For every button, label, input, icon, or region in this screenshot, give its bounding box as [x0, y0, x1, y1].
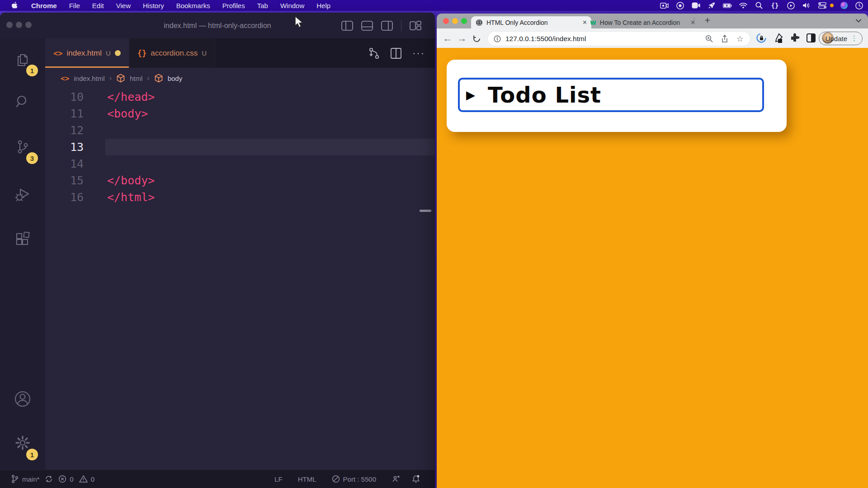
notifications-bell-icon[interactable]	[411, 474, 420, 483]
play-circle-icon[interactable]	[786, 1, 795, 9]
forward-button[interactable]: →	[456, 32, 468, 45]
camera-icon[interactable]	[660, 1, 669, 9]
code-text	[84, 139, 435, 155]
code-text	[84, 122, 435, 139]
address-bar[interactable]: 127.0.0.1:5500/index.html ☆	[487, 31, 750, 46]
breadcrumb-html[interactable]: html	[130, 75, 142, 82]
open-changes-icon[interactable]	[368, 47, 380, 60]
code-braces-icon[interactable]: {}	[770, 1, 779, 9]
source-control-icon[interactable]	[14, 139, 31, 155]
tab-search-chevron-icon[interactable]	[855, 18, 862, 24]
menubar-item-bookmarks[interactable]: Bookmarks	[176, 2, 210, 9]
menubar-item-tab[interactable]: Tab	[257, 2, 268, 9]
wifi-icon[interactable]	[739, 1, 748, 9]
line-number: 10	[45, 89, 84, 105]
volume-icon[interactable]	[802, 1, 811, 9]
chrome-window: HTML Only Accordion × w How To Create an…	[437, 14, 868, 488]
language-mode[interactable]: HTML	[298, 475, 316, 483]
menubar-item-view[interactable]: View	[116, 2, 131, 9]
symbol-cube-icon	[154, 74, 163, 83]
menubar-item-chrome[interactable]: Chrome	[31, 2, 57, 9]
split-editor-icon[interactable]	[391, 48, 401, 59]
errors-status[interactable]: 0	[58, 475, 73, 483]
share-icon[interactable]	[721, 35, 728, 43]
accordion-title: Todo List	[488, 82, 601, 108]
privacy-badge-icon[interactable]	[756, 33, 767, 43]
facetime-icon[interactable]	[691, 1, 700, 9]
git-branch-status[interactable]: main*	[11, 474, 39, 483]
rocket-icon[interactable]	[707, 1, 716, 9]
explorer-badge: 1	[26, 65, 38, 76]
chevron-right-icon: ›	[109, 74, 112, 82]
macos-menubar: Chrome File Edit View History Bookmarks …	[0, 0, 868, 11]
reload-button[interactable]	[470, 32, 483, 45]
browser-menu-kebab-icon[interactable]: ⋮	[851, 34, 858, 42]
site-info-icon[interactable]	[494, 35, 501, 42]
html-file-icon: <>	[53, 49, 62, 58]
editor-scrollbar-handle[interactable]	[420, 210, 431, 212]
menubar-item-file[interactable]: File	[69, 2, 80, 9]
account-icon[interactable]	[14, 390, 32, 408]
more-actions-icon[interactable]: ···	[412, 47, 425, 59]
new-tab-button[interactable]: +	[701, 14, 714, 27]
siri-icon[interactable]	[840, 2, 848, 9]
extensions-icon[interactable]	[14, 232, 31, 248]
tab-accordion-css[interactable]: {} accordion.css U	[129, 38, 215, 68]
line-number: 14	[45, 155, 84, 172]
port-label: Port : 5500	[343, 475, 376, 483]
minimize-window-button[interactable]	[452, 18, 458, 24]
close-window-button[interactable]	[443, 18, 449, 24]
control-center-icon[interactable]	[818, 1, 827, 9]
dark-mode-extension-icon[interactable]	[806, 33, 816, 43]
menubar-item-window[interactable]: Window	[280, 2, 304, 9]
customize-layout-icon[interactable]	[410, 20, 421, 31]
battery-charging-icon[interactable]	[723, 1, 732, 9]
breadcrumb-file[interactable]: index.html	[74, 75, 104, 82]
toggle-secondary-sidebar-icon[interactable]	[381, 21, 393, 31]
colorpicker-extension-icon[interactable]	[773, 33, 783, 43]
titlebar-separator	[401, 20, 401, 31]
menubar-item-profiles[interactable]: Profiles	[222, 2, 245, 9]
live-server-port[interactable]: Port : 5500	[332, 475, 376, 483]
run-debug-icon[interactable]	[14, 186, 31, 203]
unsaved-dot-icon[interactable]	[115, 50, 121, 56]
record-icon[interactable]	[675, 1, 684, 9]
tab-how-to-create-accordion[interactable]: w How To Create an Accordion ×	[585, 16, 699, 28]
menubar-item-edit[interactable]: Edit	[92, 2, 104, 9]
code-editor[interactable]: 10</head> 11<body> 12 13 14 15</body> 16…	[45, 89, 435, 206]
apple-menu-icon[interactable]	[10, 1, 19, 9]
zoom-window-button[interactable]	[461, 18, 467, 24]
chrome-window-controls	[443, 18, 467, 24]
tab-index-html[interactable]: <> index.html U	[45, 38, 129, 68]
clock-icon[interactable]	[854, 1, 863, 9]
menubar-item-help[interactable]: Help	[316, 2, 330, 9]
eol-indicator[interactable]: LF	[274, 475, 283, 483]
settings-gear-icon[interactable]	[14, 434, 31, 451]
back-button[interactable]: ←	[441, 32, 454, 45]
vscode-tab-bar: <> index.html U {} accordion.css U	[45, 38, 435, 68]
toggle-panel-icon[interactable]	[361, 21, 373, 31]
breadcrumb-body[interactable]: body	[168, 75, 183, 82]
search-icon[interactable]	[14, 94, 31, 110]
extensions-puzzle-icon[interactable]	[789, 33, 800, 43]
menubar-item-history[interactable]: History	[143, 2, 164, 9]
warnings-status[interactable]: 0	[79, 475, 94, 483]
spotlight-search-icon[interactable]	[755, 1, 764, 9]
code-line: 16</html>	[45, 189, 435, 206]
toggle-sidebar-icon[interactable]	[341, 21, 353, 31]
url-text[interactable]: 127.0.0.1:5500/index.html	[505, 35, 705, 43]
tab-git-status: U	[106, 49, 111, 57]
accordion-summary[interactable]: ▶ Todo List	[458, 78, 764, 112]
vscode-editor-area: <> index.html U {} accordion.css U	[45, 38, 435, 470]
zoom-icon[interactable]	[705, 35, 713, 42]
live-share-icon[interactable]	[392, 474, 401, 483]
vscode-activity-bar: 1 3 1	[0, 38, 45, 470]
tab-html-only-accordion[interactable]: HTML Only Accordion ×	[471, 16, 591, 28]
line-number: 15	[45, 172, 84, 189]
accordion-card: ▶ Todo List	[447, 60, 787, 132]
sync-changes-button[interactable]	[45, 475, 53, 483]
vscode-titlebar[interactable]: index.html — html-only-accordion	[0, 13, 435, 38]
update-chrome-button[interactable]: Update ⋮	[819, 32, 863, 45]
bookmark-star-icon[interactable]: ☆	[736, 34, 744, 44]
details-marker-triangle-icon[interactable]: ▶	[466, 88, 475, 102]
